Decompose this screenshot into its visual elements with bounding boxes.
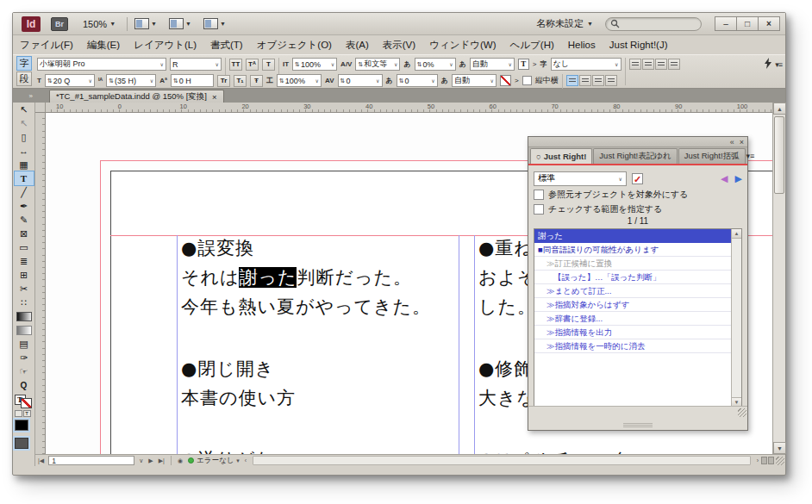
panel-collapse-icon[interactable]: « bbox=[730, 138, 734, 146]
result-item[interactable]: ≫まとめて訂正... bbox=[534, 284, 731, 298]
menu-item[interactable]: ウィンドウ(W) bbox=[422, 36, 503, 54]
scroll-up-icon[interactable]: ▲ bbox=[773, 103, 786, 115]
align-center-button[interactable] bbox=[642, 59, 654, 70]
close-button[interactable]: × bbox=[758, 16, 780, 31]
workspace-switcher[interactable]: 名称未設定 ▼ bbox=[536, 17, 593, 30]
leading-field[interactable]: ⇅(35 H)∨ bbox=[106, 74, 156, 87]
character-color-icon[interactable]: T bbox=[518, 59, 529, 70]
eyedropper-tool[interactable]: ✑ bbox=[15, 351, 34, 364]
tracking-field[interactable]: ⇅0∨ bbox=[338, 74, 383, 87]
vertical-scroll-thumb[interactable] bbox=[774, 116, 784, 194]
panel-close-icon[interactable]: × bbox=[740, 138, 744, 146]
grid-align-top-button[interactable] bbox=[579, 75, 591, 86]
fill-color-swatch[interactable] bbox=[15, 420, 28, 431]
page-tool[interactable]: ▯ bbox=[15, 130, 34, 144]
preflight-status-label[interactable]: エラーなし bbox=[197, 456, 234, 466]
exclude-reference-checkbox[interactable] bbox=[534, 190, 544, 200]
result-item[interactable]: 謝った bbox=[534, 229, 731, 243]
gyodori2-field[interactable]: 自動∨ bbox=[452, 74, 497, 87]
menu-item[interactable]: ファイル(F) bbox=[13, 36, 80, 54]
search-input[interactable] bbox=[620, 19, 694, 28]
maximize-button[interactable]: □ bbox=[736, 16, 759, 31]
previous-result-arrow[interactable]: ◀ bbox=[721, 173, 728, 184]
grid-align-center-button[interactable] bbox=[592, 75, 604, 86]
menu-item[interactable]: Helios bbox=[561, 37, 603, 53]
font-size-field[interactable]: ⇅20 Q∨ bbox=[45, 74, 95, 87]
note-tool[interactable]: ▤ bbox=[15, 337, 34, 351]
horizontal-scale-field[interactable]: ⇅100%∨ bbox=[277, 74, 322, 87]
vertical-scale-field[interactable]: ⇅100%∨ bbox=[292, 58, 337, 71]
pen-tool[interactable]: ✒ bbox=[15, 199, 34, 213]
result-item[interactable]: ≫指摘情報を一時的に消去 bbox=[534, 339, 731, 353]
resize-grip[interactable] bbox=[776, 457, 784, 465]
kerning-field[interactable]: ⇅和文等∨ bbox=[355, 58, 400, 71]
text-line[interactable]: ●誤変換 bbox=[181, 236, 254, 260]
scroll-right-icon[interactable]: › bbox=[754, 457, 761, 464]
result-item[interactable]: ≫指摘情報を出力 bbox=[534, 326, 731, 339]
gyodori-field[interactable]: 自動∨ bbox=[470, 58, 515, 71]
strike-button[interactable]: Ŧ bbox=[250, 75, 263, 87]
subscript-button[interactable]: T₁ bbox=[234, 75, 247, 87]
vertical-scrollbar[interactable]: ▲ ▼ bbox=[772, 103, 785, 454]
minimize-button[interactable]: – bbox=[715, 16, 737, 31]
vertical-ruler[interactable] bbox=[35, 113, 46, 454]
grid-align-bottom-button[interactable] bbox=[605, 75, 617, 86]
panel-menu-icon[interactable]: ▾≡ bbox=[746, 152, 755, 160]
horizontal-ruler[interactable]: 100102030405060708090100 bbox=[46, 103, 772, 113]
tab-just-right[interactable]: ○ Just Right! bbox=[530, 148, 592, 164]
gradient-feather-tool[interactable] bbox=[15, 323, 34, 337]
view-options-button[interactable]: ▼ bbox=[134, 18, 157, 29]
menu-item[interactable]: 書式(T) bbox=[203, 36, 250, 54]
underline-button[interactable]: T bbox=[262, 59, 275, 71]
panel-resize-grip[interactable] bbox=[738, 408, 746, 417]
preset-checkbox[interactable]: ✓ bbox=[632, 173, 643, 184]
rectangle-tool[interactable]: ▭ bbox=[15, 240, 34, 254]
scroll-left-icon[interactable]: ‹ bbox=[242, 457, 249, 464]
gradient-swatch-tool[interactable] bbox=[15, 309, 34, 323]
tsume-field[interactable]: ⇅0%∨ bbox=[415, 58, 456, 71]
result-item[interactable]: 【誤った】…「誤った判断」 bbox=[534, 271, 731, 284]
panel-menu-icon[interactable]: ▾≡ bbox=[775, 60, 782, 69]
type-tool[interactable]: T bbox=[15, 171, 34, 185]
selection-tool[interactable]: ↖ bbox=[15, 103, 34, 116]
content-collector-tool[interactable]: ▦ bbox=[15, 158, 34, 171]
superscript-button[interactable]: Tᴬ bbox=[246, 59, 259, 71]
tab-just-right-hyokiyure[interactable]: Just Right!表記ゆれ bbox=[593, 148, 677, 164]
document-tab-close-icon[interactable]: × bbox=[212, 92, 217, 102]
menu-item[interactable]: Just Right!(J) bbox=[603, 37, 675, 53]
scroll-up-icon[interactable]: ▲ bbox=[732, 229, 741, 239]
next-result-arrow[interactable]: ▶ bbox=[735, 173, 742, 184]
fill-stroke-indicator[interactable]: T bbox=[15, 395, 32, 408]
default-fill-stroke-button[interactable] bbox=[15, 410, 22, 417]
frame-grid-tool[interactable]: ⊞ bbox=[15, 268, 34, 282]
expand-arrow[interactable]: > bbox=[515, 77, 519, 84]
page-dropdown-icon[interactable]: ∨ bbox=[136, 457, 146, 464]
paragraph-formatting-toggle[interactable]: 段 bbox=[16, 72, 32, 86]
preset-select[interactable]: 標準 ∨ bbox=[534, 171, 627, 186]
menu-item[interactable]: 表(A) bbox=[339, 36, 376, 54]
text-line[interactable]: ●送りがな bbox=[181, 447, 275, 454]
tab-just-right-kakko[interactable]: Just Right!括弧 bbox=[678, 148, 746, 164]
direct-selection-tool[interactable]: ↖ bbox=[15, 116, 34, 130]
preflight-menu-icon[interactable]: ▾ bbox=[234, 457, 242, 464]
scroll-down-icon[interactable]: ▼ bbox=[773, 442, 786, 454]
grid-align-none-button[interactable] bbox=[566, 75, 578, 86]
next-page-button[interactable]: ▶ bbox=[146, 457, 155, 464]
panel-drag-handle[interactable] bbox=[623, 423, 653, 427]
spread-view-buttons[interactable] bbox=[761, 457, 774, 464]
hand-tool[interactable]: ☞ bbox=[15, 364, 34, 378]
panel-title-bar[interactable]: « × bbox=[528, 137, 747, 147]
character-formatting-toggle[interactable]: 字 bbox=[16, 56, 32, 71]
gap-tool[interactable]: ↔ bbox=[15, 144, 34, 158]
text-line[interactable]: それは謝った判断だった。 bbox=[181, 265, 412, 289]
align-right-button[interactable] bbox=[655, 59, 667, 70]
aki-field[interactable]: ⇅0∨ bbox=[397, 74, 438, 87]
menu-item[interactable]: ヘルプ(H) bbox=[503, 36, 561, 54]
jidori-select[interactable]: なし∨ bbox=[551, 58, 621, 71]
result-item[interactable]: ≫指摘対象からはずす bbox=[534, 298, 731, 312]
text-line[interactable]: 今年も熱い夏がやってきた。 bbox=[181, 295, 431, 319]
ruler-corner[interactable] bbox=[35, 103, 46, 113]
result-item[interactable]: ≫訂正候補に置換 bbox=[534, 257, 731, 271]
zoom-tool[interactable]: Q bbox=[15, 378, 34, 392]
horizontal-scrollbar[interactable] bbox=[253, 456, 750, 465]
